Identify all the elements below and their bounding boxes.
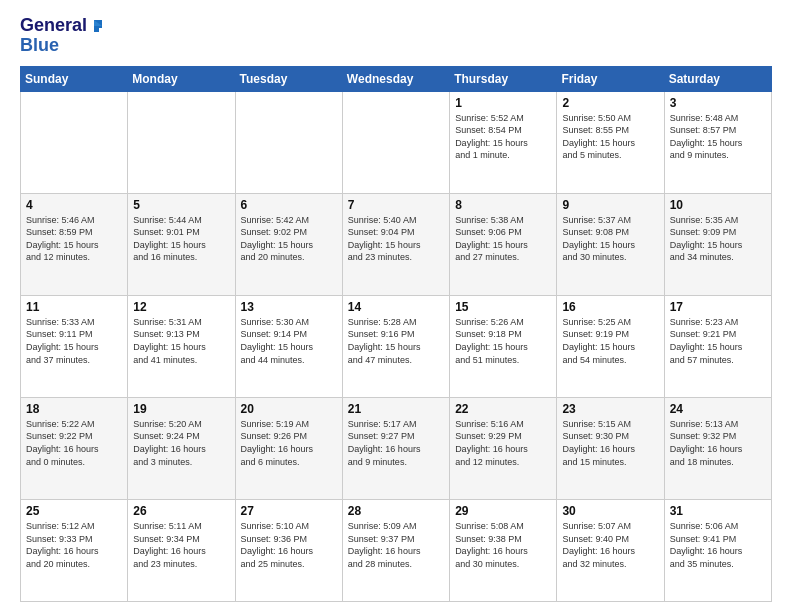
day-info: Sunrise: 5:50 AMSunset: 8:55 PMDaylight:… — [562, 112, 658, 162]
calendar-cell: 21Sunrise: 5:17 AMSunset: 9:27 PMDayligh… — [342, 397, 449, 499]
day-info: Sunrise: 5:06 AMSunset: 9:41 PMDaylight:… — [670, 520, 766, 570]
calendar-cell: 31Sunrise: 5:06 AMSunset: 9:41 PMDayligh… — [664, 499, 771, 601]
calendar-cell: 12Sunrise: 5:31 AMSunset: 9:13 PMDayligh… — [128, 295, 235, 397]
day-info: Sunrise: 5:10 AMSunset: 9:36 PMDaylight:… — [241, 520, 337, 570]
day-info: Sunrise: 5:12 AMSunset: 9:33 PMDaylight:… — [26, 520, 122, 570]
day-number: 10 — [670, 198, 766, 212]
calendar-cell: 7Sunrise: 5:40 AMSunset: 9:04 PMDaylight… — [342, 193, 449, 295]
day-number: 2 — [562, 96, 658, 110]
day-info: Sunrise: 5:07 AMSunset: 9:40 PMDaylight:… — [562, 520, 658, 570]
day-info: Sunrise: 5:37 AMSunset: 9:08 PMDaylight:… — [562, 214, 658, 264]
calendar-cell: 27Sunrise: 5:10 AMSunset: 9:36 PMDayligh… — [235, 499, 342, 601]
calendar-cell: 16Sunrise: 5:25 AMSunset: 9:19 PMDayligh… — [557, 295, 664, 397]
calendar-cell — [21, 91, 128, 193]
calendar-cell: 2Sunrise: 5:50 AMSunset: 8:55 PMDaylight… — [557, 91, 664, 193]
day-number: 21 — [348, 402, 444, 416]
calendar-cell — [128, 91, 235, 193]
day-number: 23 — [562, 402, 658, 416]
calendar-cell: 17Sunrise: 5:23 AMSunset: 9:21 PMDayligh… — [664, 295, 771, 397]
calendar-week-5: 25Sunrise: 5:12 AMSunset: 9:33 PMDayligh… — [21, 499, 772, 601]
logo-text: GeneralBlue — [20, 16, 103, 56]
calendar-cell: 20Sunrise: 5:19 AMSunset: 9:26 PMDayligh… — [235, 397, 342, 499]
calendar-week-3: 11Sunrise: 5:33 AMSunset: 9:11 PMDayligh… — [21, 295, 772, 397]
day-number: 6 — [241, 198, 337, 212]
day-info: Sunrise: 5:31 AMSunset: 9:13 PMDaylight:… — [133, 316, 229, 366]
day-info: Sunrise: 5:28 AMSunset: 9:16 PMDaylight:… — [348, 316, 444, 366]
calendar-cell: 9Sunrise: 5:37 AMSunset: 9:08 PMDaylight… — [557, 193, 664, 295]
day-info: Sunrise: 5:30 AMSunset: 9:14 PMDaylight:… — [241, 316, 337, 366]
calendar-cell: 29Sunrise: 5:08 AMSunset: 9:38 PMDayligh… — [450, 499, 557, 601]
day-number: 1 — [455, 96, 551, 110]
calendar-cell: 5Sunrise: 5:44 AMSunset: 9:01 PMDaylight… — [128, 193, 235, 295]
calendar-cell: 24Sunrise: 5:13 AMSunset: 9:32 PMDayligh… — [664, 397, 771, 499]
day-number: 19 — [133, 402, 229, 416]
calendar-cell — [235, 91, 342, 193]
day-number: 16 — [562, 300, 658, 314]
day-info: Sunrise: 5:25 AMSunset: 9:19 PMDaylight:… — [562, 316, 658, 366]
calendar-cell: 30Sunrise: 5:07 AMSunset: 9:40 PMDayligh… — [557, 499, 664, 601]
calendar-cell: 13Sunrise: 5:30 AMSunset: 9:14 PMDayligh… — [235, 295, 342, 397]
day-info: Sunrise: 5:22 AMSunset: 9:22 PMDaylight:… — [26, 418, 122, 468]
day-info: Sunrise: 5:52 AMSunset: 8:54 PMDaylight:… — [455, 112, 551, 162]
day-number: 29 — [455, 504, 551, 518]
day-info: Sunrise: 5:23 AMSunset: 9:21 PMDaylight:… — [670, 316, 766, 366]
day-info: Sunrise: 5:48 AMSunset: 8:57 PMDaylight:… — [670, 112, 766, 162]
calendar-week-2: 4Sunrise: 5:46 AMSunset: 8:59 PMDaylight… — [21, 193, 772, 295]
day-number: 11 — [26, 300, 122, 314]
page: GeneralBlue SundayMondayTuesdayWednesday… — [0, 0, 792, 612]
day-info: Sunrise: 5:19 AMSunset: 9:26 PMDaylight:… — [241, 418, 337, 468]
day-info: Sunrise: 5:38 AMSunset: 9:06 PMDaylight:… — [455, 214, 551, 264]
day-info: Sunrise: 5:46 AMSunset: 8:59 PMDaylight:… — [26, 214, 122, 264]
day-info: Sunrise: 5:35 AMSunset: 9:09 PMDaylight:… — [670, 214, 766, 264]
day-number: 4 — [26, 198, 122, 212]
day-info: Sunrise: 5:40 AMSunset: 9:04 PMDaylight:… — [348, 214, 444, 264]
calendar-cell — [342, 91, 449, 193]
day-number: 25 — [26, 504, 122, 518]
calendar-cell: 18Sunrise: 5:22 AMSunset: 9:22 PMDayligh… — [21, 397, 128, 499]
header: GeneralBlue — [20, 16, 772, 56]
calendar-week-1: 1Sunrise: 5:52 AMSunset: 8:54 PMDaylight… — [21, 91, 772, 193]
day-info: Sunrise: 5:16 AMSunset: 9:29 PMDaylight:… — [455, 418, 551, 468]
day-number: 30 — [562, 504, 658, 518]
calendar-cell: 22Sunrise: 5:16 AMSunset: 9:29 PMDayligh… — [450, 397, 557, 499]
day-number: 31 — [670, 504, 766, 518]
day-info: Sunrise: 5:33 AMSunset: 9:11 PMDaylight:… — [26, 316, 122, 366]
day-number: 17 — [670, 300, 766, 314]
calendar-cell: 10Sunrise: 5:35 AMSunset: 9:09 PMDayligh… — [664, 193, 771, 295]
col-header-friday: Friday — [557, 66, 664, 91]
calendar-cell: 25Sunrise: 5:12 AMSunset: 9:33 PMDayligh… — [21, 499, 128, 601]
calendar-cell: 15Sunrise: 5:26 AMSunset: 9:18 PMDayligh… — [450, 295, 557, 397]
day-number: 9 — [562, 198, 658, 212]
calendar-cell: 19Sunrise: 5:20 AMSunset: 9:24 PMDayligh… — [128, 397, 235, 499]
col-header-monday: Monday — [128, 66, 235, 91]
day-number: 15 — [455, 300, 551, 314]
day-number: 27 — [241, 504, 337, 518]
calendar-cell: 1Sunrise: 5:52 AMSunset: 8:54 PMDaylight… — [450, 91, 557, 193]
day-number: 18 — [26, 402, 122, 416]
col-header-tuesday: Tuesday — [235, 66, 342, 91]
day-info: Sunrise: 5:11 AMSunset: 9:34 PMDaylight:… — [133, 520, 229, 570]
calendar-cell: 23Sunrise: 5:15 AMSunset: 9:30 PMDayligh… — [557, 397, 664, 499]
day-number: 8 — [455, 198, 551, 212]
day-number: 26 — [133, 504, 229, 518]
calendar-cell: 6Sunrise: 5:42 AMSunset: 9:02 PMDaylight… — [235, 193, 342, 295]
day-number: 24 — [670, 402, 766, 416]
day-info: Sunrise: 5:17 AMSunset: 9:27 PMDaylight:… — [348, 418, 444, 468]
day-number: 14 — [348, 300, 444, 314]
day-number: 3 — [670, 96, 766, 110]
day-info: Sunrise: 5:26 AMSunset: 9:18 PMDaylight:… — [455, 316, 551, 366]
col-header-wednesday: Wednesday — [342, 66, 449, 91]
calendar-header-row: SundayMondayTuesdayWednesdayThursdayFrid… — [21, 66, 772, 91]
day-number: 28 — [348, 504, 444, 518]
day-number: 22 — [455, 402, 551, 416]
calendar-cell: 28Sunrise: 5:09 AMSunset: 9:37 PMDayligh… — [342, 499, 449, 601]
day-number: 12 — [133, 300, 229, 314]
col-header-thursday: Thursday — [450, 66, 557, 91]
day-info: Sunrise: 5:44 AMSunset: 9:01 PMDaylight:… — [133, 214, 229, 264]
day-number: 7 — [348, 198, 444, 212]
logo: GeneralBlue — [20, 16, 103, 56]
calendar-week-4: 18Sunrise: 5:22 AMSunset: 9:22 PMDayligh… — [21, 397, 772, 499]
day-info: Sunrise: 5:08 AMSunset: 9:38 PMDaylight:… — [455, 520, 551, 570]
day-info: Sunrise: 5:09 AMSunset: 9:37 PMDaylight:… — [348, 520, 444, 570]
day-info: Sunrise: 5:20 AMSunset: 9:24 PMDaylight:… — [133, 418, 229, 468]
